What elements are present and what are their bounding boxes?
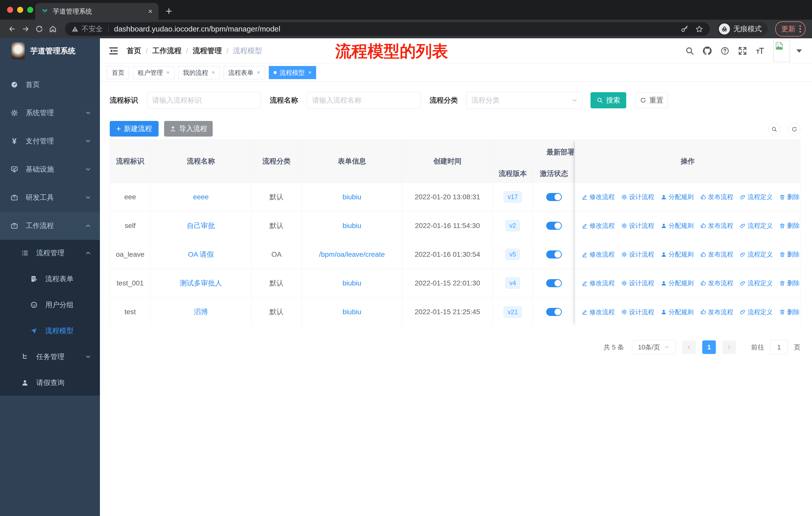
active-status-toggle[interactable] [546, 308, 562, 316]
active-status-toggle[interactable] [546, 250, 562, 259]
tag-close-icon[interactable]: × [257, 69, 260, 76]
tab-close-icon[interactable]: × [148, 7, 152, 15]
tag-home[interactable]: 首页 [107, 66, 129, 79]
sidebar-item-devtools[interactable]: 研发工具 [0, 184, 100, 212]
sidebar-item-home[interactable]: 首页 [0, 71, 100, 99]
page-size-select[interactable]: 10条/页 [632, 340, 675, 354]
tag-process-model[interactable]: 流程模型× [269, 66, 316, 79]
tag-close-icon[interactable]: × [166, 69, 170, 76]
process-definition-link[interactable]: 流程定义 [740, 221, 773, 230]
form-info-link[interactable]: biubiu [343, 279, 361, 287]
toggle-search-button[interactable] [768, 123, 780, 135]
sidebar-item-leave-query[interactable]: 请假查询 [0, 370, 100, 396]
version-badge[interactable]: v21 [504, 306, 522, 318]
publish-process-link[interactable]: 发布流程 [700, 250, 733, 259]
delete-process-link[interactable]: 删除 [779, 221, 800, 230]
sidebar-logo[interactable]: 芋道管理系统 [0, 38, 100, 63]
url-text[interactable]: dashboard.yudao.iocoder.cn/bpm/manager/m… [114, 25, 674, 33]
edit-process-link[interactable]: 修改流程 [582, 221, 615, 230]
sidebar-item-user-group[interactable]: 用户分组 [0, 292, 100, 318]
process-definition-link[interactable]: 流程定义 [740, 308, 773, 316]
sidebar-item-task-management[interactable]: 任务管理 [0, 344, 100, 370]
user-avatar[interactable] [773, 40, 790, 62]
form-info-link[interactable]: biubiu [343, 222, 361, 230]
tag-tenant[interactable]: 租户管理× [133, 66, 174, 79]
forward-button[interactable] [20, 23, 31, 34]
import-process-button[interactable]: 导入流程 [164, 121, 213, 137]
version-badge[interactable]: v4 [505, 277, 520, 289]
home-button[interactable] [47, 23, 58, 34]
goto-page-input[interactable] [770, 340, 788, 354]
design-process-link[interactable]: 设计流程 [621, 308, 654, 316]
window-maximize-button[interactable] [27, 7, 33, 13]
browser-tab[interactable]: 芋道管理系统 × [35, 3, 158, 20]
breadcrumb-item[interactable]: 首页 [126, 46, 141, 56]
delete-process-link[interactable]: 删除 [779, 193, 800, 201]
refresh-table-button[interactable] [788, 123, 801, 135]
publish-process-link[interactable]: 发布流程 [700, 308, 733, 316]
edit-process-link[interactable]: 修改流程 [582, 250, 615, 259]
design-process-link[interactable]: 设计流程 [621, 221, 654, 230]
breadcrumb-item[interactable]: 工作流程 [152, 46, 181, 56]
browser-menu-icon[interactable] [800, 25, 801, 32]
assign-rule-link[interactable]: 分配规则 [661, 308, 694, 316]
current-page-button[interactable]: 1 [702, 341, 716, 354]
assign-rule-link[interactable]: 分配规则 [661, 193, 694, 201]
security-label[interactable]: 不安全 [82, 24, 103, 34]
tag-close-icon[interactable]: × [308, 69, 312, 76]
design-process-link[interactable]: 设计流程 [621, 193, 654, 201]
delete-process-link[interactable]: 删除 [779, 279, 800, 287]
edit-process-link[interactable]: 修改流程 [582, 308, 615, 316]
process-id-input[interactable] [147, 92, 261, 109]
design-process-link[interactable]: 设计流程 [621, 279, 654, 287]
breadcrumb-item[interactable]: 流程管理 [193, 46, 222, 56]
process-name-input[interactable] [307, 92, 421, 109]
form-info-link[interactable]: biubiu [343, 193, 361, 201]
publish-process-link[interactable]: 发布流程 [700, 193, 733, 201]
publish-process-link[interactable]: 发布流程 [700, 279, 733, 287]
help-icon[interactable] [720, 46, 729, 55]
process-definition-link[interactable]: 流程定义 [740, 193, 773, 201]
avatar-caret-down-icon[interactable] [796, 49, 802, 53]
assign-rule-link[interactable]: 分配规则 [661, 221, 694, 230]
sidebar-fold-icon[interactable] [109, 46, 119, 56]
process-name-link[interactable]: eeee [193, 193, 209, 201]
process-definition-link[interactable]: 流程定义 [740, 250, 773, 259]
sidebar-item-process-model[interactable]: 流程模型 [0, 318, 100, 344]
sidebar-item-workflow[interactable]: 工作流程 [0, 212, 100, 240]
form-info-link[interactable]: /bpm/oa/leave/create [319, 250, 385, 259]
version-badge[interactable]: v5 [505, 249, 520, 260]
back-button[interactable] [6, 23, 18, 34]
github-icon[interactable] [703, 46, 712, 55]
browser-update-button[interactable]: 更新 [775, 21, 806, 36]
reset-button[interactable]: 重置 [636, 92, 668, 108]
sidebar-item-process-form[interactable]: 流程表单 [0, 266, 100, 292]
next-page-button[interactable] [722, 341, 736, 354]
active-status-toggle[interactable] [546, 222, 562, 230]
assign-rule-link[interactable]: 分配规则 [661, 250, 694, 259]
reload-button[interactable] [34, 23, 45, 34]
process-category-select[interactable]: 流程分类 [466, 92, 583, 109]
bookmark-star-icon[interactable] [695, 25, 703, 33]
process-name-link[interactable]: 测试多审批人 [180, 278, 222, 288]
version-badge[interactable]: v2 [505, 220, 520, 231]
design-process-link[interactable]: 设计流程 [621, 250, 654, 259]
search-button[interactable]: 搜索 [590, 92, 626, 108]
address-bar[interactable]: 不安全 dashboard.yudao.iocoder.cn/bpm/manag… [65, 22, 710, 36]
edit-process-link[interactable]: 修改流程 [582, 193, 615, 201]
sidebar-item-system[interactable]: 系统管理 [0, 99, 100, 127]
delete-process-link[interactable]: 删除 [779, 250, 800, 259]
font-size-icon[interactable] [756, 46, 765, 55]
password-key-icon[interactable] [680, 25, 689, 33]
form-info-link[interactable]: biubiu [343, 308, 361, 316]
window-close-button[interactable] [7, 7, 13, 13]
tag-close-icon[interactable]: × [212, 69, 215, 76]
window-minimize-button[interactable] [17, 7, 23, 13]
new-tab-button[interactable]: + [166, 5, 172, 17]
create-process-button[interactable]: + 新建流程 [110, 121, 158, 137]
sidebar-item-process-management[interactable]: 流程管理 [0, 240, 100, 266]
search-icon[interactable] [685, 46, 694, 55]
fullscreen-icon[interactable] [738, 46, 747, 55]
sidebar-item-infra[interactable]: 基础设施 [0, 155, 100, 184]
version-badge[interactable]: v17 [504, 191, 522, 202]
